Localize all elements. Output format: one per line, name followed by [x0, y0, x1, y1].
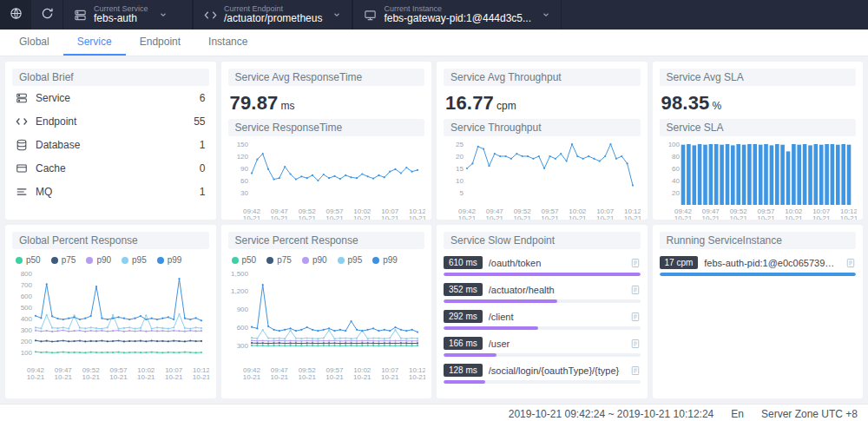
svg-text:60: 60: [240, 177, 248, 185]
svg-text:10-21: 10-21: [839, 214, 856, 220]
endpoint-name[interactable]: /actuator/health: [489, 285, 624, 295]
legend-item-p90[interactable]: p90: [302, 255, 327, 265]
svg-text:10-21: 10-21: [109, 373, 128, 380]
topbar: Current Service febs-auth Current Endpoi…: [0, 0, 868, 30]
panel-title: Service Percent Response: [228, 232, 425, 249]
svg-text:10: 10: [456, 177, 464, 185]
brief-label: MQ: [36, 186, 192, 198]
legend-item-p95[interactable]: p95: [338, 255, 363, 265]
svg-text:100: 100: [21, 349, 33, 357]
globe-button[interactable]: [0, 0, 31, 30]
svg-text:10-21: 10-21: [137, 373, 155, 380]
legend-dot: [16, 257, 23, 264]
legend-dot: [338, 257, 345, 264]
svg-text:10-21: 10-21: [408, 373, 424, 380]
svg-text:10-21: 10-21: [353, 373, 372, 380]
current-service-selector[interactable]: Current Service febs-auth: [62, 0, 193, 30]
globe-icon: [10, 7, 23, 23]
time-range[interactable]: 2019-10-21 09:42:24 ~ 2019-10-21 10:12:2…: [509, 408, 714, 420]
svg-text:600: 600: [236, 324, 248, 332]
current-instance-selector[interactable]: Current Instance febs-gateway-pid:1@444d…: [352, 0, 562, 30]
svg-text:25: 25: [456, 141, 464, 148]
tab-service[interactable]: Service: [63, 30, 126, 56]
detail-icon[interactable]: [630, 339, 641, 349]
panel-title: Service Avg Throughput: [444, 69, 641, 86]
list-item: 292 ms /client: [444, 310, 641, 330]
list-item: Database 1: [12, 133, 209, 156]
refresh-icon: [41, 7, 54, 23]
avg-throughput-value: 16.77 cpm: [444, 86, 641, 119]
service-throughput-chart: 51015202509:4210-2109:4710-2109:5210-210…: [444, 140, 641, 220]
panel-title: Service Avg ResponseTime: [228, 69, 425, 86]
endpoint-name[interactable]: /client: [489, 312, 624, 322]
svg-text:800: 800: [21, 270, 33, 278]
avg-response-value: 79.87 ms: [228, 86, 425, 119]
tab-instance[interactable]: Instance: [194, 30, 261, 56]
progress-bar: [444, 299, 557, 303]
instance-name[interactable]: febs-auth-pid:1@e0c065739601: [704, 258, 839, 268]
panel-title: Global Brief: [12, 69, 209, 86]
instance-icon: [364, 9, 377, 22]
svg-text:5: 5: [460, 189, 464, 197]
legend-item-p50[interactable]: p50: [232, 255, 257, 265]
chart-legend: p50 p75 p90 p95 p99: [228, 249, 425, 266]
service-icon: [16, 92, 28, 104]
current-endpoint-selector[interactable]: Current Endpoint /actuator/prometheus: [193, 0, 352, 30]
legend-item-p50[interactable]: p50: [16, 255, 41, 265]
detail-icon[interactable]: [630, 285, 641, 295]
tab-global[interactable]: Global: [5, 30, 63, 56]
progress-bar: [444, 273, 641, 276]
brief-value: 6: [200, 92, 206, 104]
legend-dot: [232, 257, 239, 264]
endpoint-name[interactable]: /social/login/{oauthType}/{type}: [489, 365, 624, 376]
svg-text:10-21: 10-21: [458, 214, 477, 220]
legend-item-p95[interactable]: p95: [122, 255, 147, 265]
svg-text:700: 700: [21, 281, 33, 289]
panel-title: Service ResponseTime: [228, 119, 425, 136]
legend-item-p75[interactable]: p75: [266, 255, 292, 265]
refresh-button[interactable]: [31, 0, 62, 30]
avg-sla-value: 98.35 %: [660, 86, 857, 119]
language-switcher[interactable]: En: [731, 408, 744, 420]
legend-item-p99[interactable]: p99: [157, 255, 182, 265]
endpoint-name[interactable]: /user: [489, 339, 624, 349]
detail-icon[interactable]: [630, 365, 641, 376]
svg-text:60: 60: [672, 165, 680, 173]
detail-icon[interactable]: [630, 258, 641, 268]
svg-text:1,200: 1,200: [230, 287, 248, 295]
legend-dot: [51, 257, 58, 264]
svg-text:600: 600: [21, 293, 33, 300]
svg-text:10-21: 10-21: [298, 214, 316, 220]
metric-badge: 128 ms: [444, 364, 483, 377]
panel-title: Service Slow Endpoint: [444, 232, 641, 249]
svg-text:10-21: 10-21: [270, 373, 288, 380]
tab-endpoint[interactable]: Endpoint: [126, 30, 194, 56]
svg-text:10-21: 10-21: [569, 214, 587, 220]
endpoint-icon: [16, 115, 28, 128]
detail-icon[interactable]: [845, 258, 856, 268]
list-item: MQ 1: [12, 180, 209, 203]
endpoint-name[interactable]: /oauth/token: [489, 258, 624, 268]
svg-text:10-21: 10-21: [785, 214, 803, 220]
svg-text:150: 150: [236, 141, 248, 148]
legend-item-p90[interactable]: p90: [86, 255, 111, 265]
panel-title: Service Avg SLA: [660, 69, 857, 86]
legend-item-p99[interactable]: p99: [372, 255, 398, 265]
metric-badge: 166 ms: [444, 337, 483, 350]
svg-text:10-21: 10-21: [326, 373, 344, 380]
list-item: 610 ms /oauth/token: [444, 256, 641, 276]
svg-text:30: 30: [240, 189, 248, 197]
svg-text:300: 300: [236, 342, 248, 350]
metric-badge: 352 ms: [444, 283, 483, 296]
database-icon: [16, 139, 28, 151]
legend-item-p75[interactable]: p75: [51, 255, 76, 265]
detail-icon[interactable]: [630, 312, 641, 322]
svg-text:20: 20: [456, 153, 464, 161]
svg-text:500: 500: [21, 304, 33, 312]
service-percent-card: Service Percent Response p50 p75 p90 p95…: [221, 225, 432, 398]
svg-text:100: 100: [667, 141, 680, 148]
svg-text:10-21: 10-21: [729, 214, 747, 220]
svg-text:10-21: 10-21: [380, 214, 398, 220]
svg-text:10-21: 10-21: [380, 373, 398, 380]
server-zone[interactable]: Server Zone UTC +8: [761, 408, 858, 420]
